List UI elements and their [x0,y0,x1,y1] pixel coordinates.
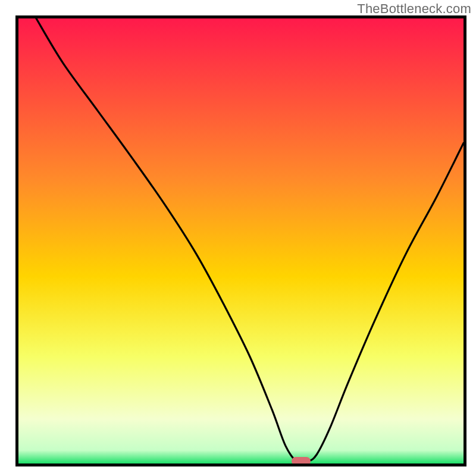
minimum-marker [292,457,311,465]
chart-frame: TheBottleneck.com [0,0,476,476]
watermark-text: TheBottleneck.com [357,1,471,17]
plot-area [15,15,466,466]
bottleneck-curve [18,18,464,464]
